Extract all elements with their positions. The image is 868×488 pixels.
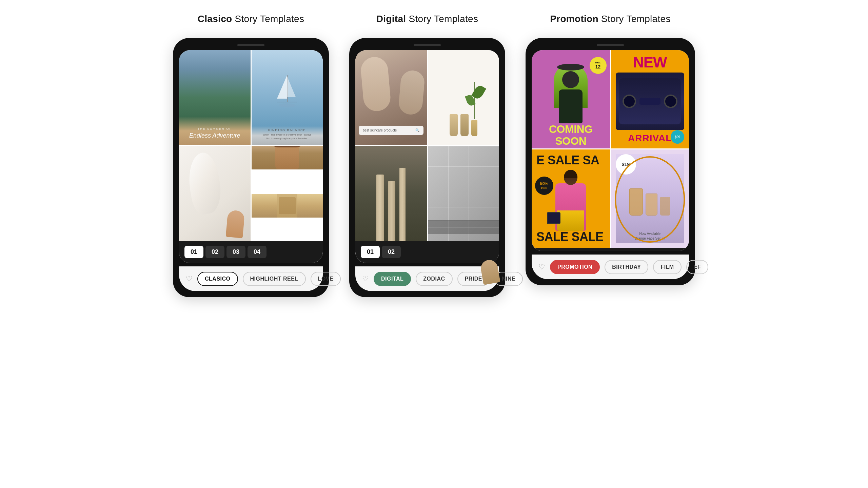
clasico-cell-3: [179, 146, 251, 241]
promo-new-text: NEW: [633, 55, 667, 70]
promotion-phone: DEC 12 COMING SOON: [526, 38, 695, 285]
promotion-screen: DEC 12 COMING SOON: [532, 50, 689, 251]
promo-price-99: $99: [675, 135, 680, 139]
promo-coming-text: COMING: [536, 123, 605, 135]
clasico-tag-highlight[interactable]: HIGHLIGHT REEL: [243, 272, 306, 286]
promo-arrival-text: ARRIVAL: [628, 133, 672, 144]
digital-bottom-bar: ♡ DIGITAL ZODIAC PRIDE NINE: [355, 266, 499, 291]
promotion-nav: [532, 248, 689, 251]
digital-cell-4: [428, 146, 499, 241]
promotion-tag-promotion[interactable]: PROMOTION: [550, 260, 600, 274]
promotion-heart-button[interactable]: ♡: [538, 260, 545, 274]
digital-tag-zodiac[interactable]: ZODIAC: [416, 272, 452, 286]
digital-phone: best skincare products 🔍: [349, 38, 505, 297]
promo-sale-text-bottom: SALE SALE: [536, 231, 604, 243]
clasico-cell-2: FINDING BALANCE When I find myself in a …: [252, 50, 323, 145]
clasico-c1-subtitle: THE SUMMER OF: [184, 127, 245, 130]
search-icon: 🔍: [415, 128, 419, 132]
digital-title: Digital Story Templates: [376, 14, 478, 24]
promo-cell-1: DEC 12 COMING SOON: [532, 50, 610, 148]
svg-marker-2: [287, 77, 296, 97]
clasico-nav-01[interactable]: 01: [184, 246, 203, 258]
promo-cell-2: NEW ARRIVAL $99: [611, 50, 689, 148]
clasico-phone: THE SUMMER OF Endless Adventure: [173, 38, 329, 297]
promo-cell-4: $19 Now Available Orange Face: [611, 149, 689, 248]
clasico-column: Clasico Story Templates THE SUMMER OF En…: [173, 14, 329, 297]
digital-heart-button[interactable]: ♡: [362, 271, 369, 286]
clasico-c1-script: Endless Adventure: [184, 132, 245, 140]
clasico-c2-text: When I find myself in a creative block I…: [256, 133, 318, 140]
digital-column: Digital Story Templates: [349, 14, 505, 297]
clasico-bottom-bar: ♡ CLASICO HIGHLIGHT REEL LOVE: [179, 266, 323, 291]
promo-sale-text-top: E SALE SA: [536, 154, 599, 166]
digital-cell-2: [428, 50, 499, 145]
digital-nav: 01 02: [355, 241, 499, 263]
phone-notch: [237, 44, 264, 46]
promotion-tag-birthday[interactable]: BIRTHDAY: [605, 260, 648, 274]
digital-search-bar[interactable]: best skincare products 🔍: [359, 126, 423, 135]
promo-boombox: [616, 73, 685, 130]
clasico-nav-02[interactable]: 02: [205, 246, 224, 258]
clasico-heart-button[interactable]: ♡: [186, 271, 193, 286]
clasico-grid: THE SUMMER OF Endless Adventure: [179, 50, 323, 241]
promo-date-badge: DEC 12: [590, 57, 607, 74]
clasico-screen: THE SUMMER OF Endless Adventure: [179, 50, 323, 263]
promotion-tag-ef[interactable]: EF: [686, 260, 708, 274]
promo-date-day: 12: [595, 64, 601, 70]
clasico-nav: 01 02 03 04: [179, 241, 323, 263]
search-text: best skincare products: [363, 128, 397, 132]
promotion-column: Promotion Story Templates DEC 12: [526, 14, 695, 285]
svg-marker-1: [277, 75, 287, 99]
promo-cell-3: E SALE SA 50% OFF: [532, 149, 610, 248]
clasico-tag-clasico[interactable]: CLASICO: [197, 272, 238, 286]
promo-soon-text: SOON: [536, 135, 605, 147]
promo-oval-highlight: [615, 156, 685, 243]
phone-notch-3: [597, 44, 624, 46]
clasico-cell-1: THE SUMMER OF Endless Adventure: [179, 50, 251, 145]
phone-notch-2: [414, 44, 441, 46]
promo-price-badge: $99: [671, 130, 684, 144]
promotion-bottom-bar: ♡ PROMOTION BIRTHDAY FILM EF: [532, 255, 689, 279]
promo-grid: DEC 12 COMING SOON: [532, 50, 689, 248]
clasico-nav-03[interactable]: 03: [226, 246, 245, 258]
promotion-title: Promotion Story Templates: [550, 14, 671, 24]
clasico-nav-04[interactable]: 04: [248, 246, 267, 258]
digital-grid: best skincare products 🔍: [355, 50, 499, 241]
clasico-cell-4: [252, 146, 323, 241]
svg-point-4: [279, 103, 296, 107]
digital-screen: best skincare products 🔍: [355, 50, 499, 263]
digital-cell-1: best skincare products 🔍: [355, 50, 427, 145]
digital-cell-3: [355, 146, 427, 241]
main-container: Clasico Story Templates THE SUMMER OF En…: [0, 0, 868, 311]
promotion-tag-film[interactable]: FILM: [653, 260, 681, 274]
clasico-tag-love[interactable]: LOVE: [311, 272, 341, 286]
digital-tag-digital[interactable]: DIGITAL: [374, 272, 411, 286]
digital-nav-02[interactable]: 02: [382, 246, 401, 258]
digital-nav-01[interactable]: 01: [361, 246, 380, 258]
clasico-title: Clasico Story Templates: [198, 14, 304, 24]
clasico-c2-title: FINDING BALANCE: [256, 128, 318, 132]
sailboat-icon: [274, 72, 301, 112]
promo-date-month: DEC: [595, 61, 601, 64]
